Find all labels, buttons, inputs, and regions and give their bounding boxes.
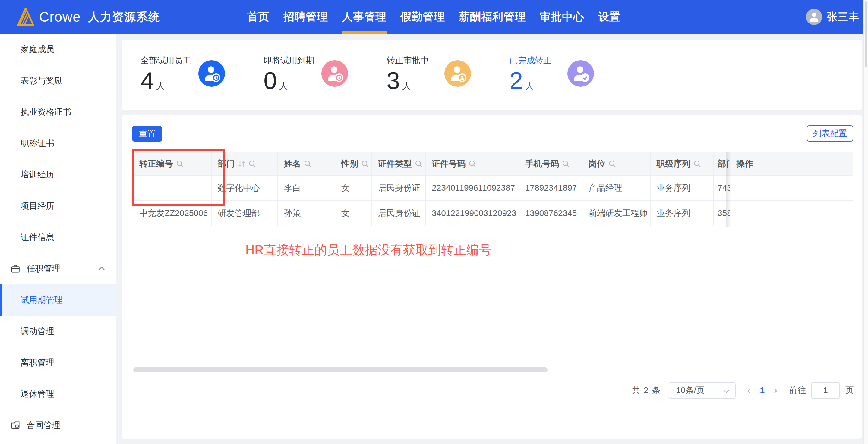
page-scrollbar[interactable]: [864, 0, 868, 444]
brand-name: Crowe: [39, 9, 81, 25]
user-name: 张三丰: [827, 10, 860, 24]
page-size-select[interactable]: 10条/页: [669, 382, 736, 399]
search-icon[interactable]: [562, 160, 570, 168]
sidebar-item-probation[interactable]: 试用期管理: [0, 284, 116, 316]
nav-item-approval[interactable]: 审批中心: [533, 0, 591, 34]
probation-table: 转正编号 部门 姓名 性别 证件类型 证件号码 手机号码 岗位 职级序列 部门 …: [133, 152, 853, 374]
next-page-button[interactable]: ›: [774, 382, 777, 399]
col-header-id-type: 证件类型: [372, 152, 425, 175]
stat-value: 3: [386, 67, 400, 95]
user-badge-icon: [444, 60, 471, 87]
stat-value: 2: [509, 67, 523, 95]
list-config-button[interactable]: 列表配置: [807, 125, 853, 142]
col-header-position: 岗位: [582, 152, 650, 175]
stat-expiring[interactable]: 即将试用到期 0人: [245, 40, 368, 110]
search-icon[interactable]: [693, 160, 701, 168]
sidebar: 家庭成员 表彰与奖励 执业资格证书 职称证书 培训经历 项目经历 证件信息 任职…: [0, 34, 116, 444]
page-suffix: 页: [845, 385, 854, 396]
user-check-icon: [567, 60, 594, 87]
user-avatar-icon: [806, 9, 822, 25]
page-number-1[interactable]: 1: [760, 385, 765, 395]
top-navbar: Crowe 人力资源系统 首页 招聘管理 人事管理 假勤管理 薪酬福利管理 审批…: [0, 0, 864, 34]
sidebar-item-resignation[interactable]: 离职管理: [0, 347, 116, 378]
col-header-name: 姓名: [278, 152, 335, 175]
chevron-up-icon: [98, 266, 105, 271]
sidebar-item-awards[interactable]: 表彰与奖励: [0, 65, 116, 96]
col-header-phone: 手机号码: [519, 152, 582, 175]
horizontal-scrollbar-thumb[interactable]: [133, 368, 548, 372]
col-header-rank-series: 职级序列: [650, 152, 714, 175]
nav-item-attendance[interactable]: 假勤管理: [394, 0, 452, 34]
table-card: 重置 列表配置 转正编号 部门 姓名 性别 证件类型: [122, 115, 862, 439]
nav-item-personnel[interactable]: 人事管理: [335, 0, 394, 34]
col-header-id-number: 证件号码: [425, 152, 519, 175]
sidebar-item-transfer[interactable]: 调动管理: [0, 316, 116, 347]
search-icon[interactable]: [415, 160, 423, 168]
sidebar-item-title-cert[interactable]: 职称证书: [0, 128, 116, 159]
sidebar-item-projects[interactable]: 项目经历: [0, 191, 116, 222]
stat-completed[interactable]: 已完成转正 2人: [491, 40, 614, 110]
search-icon[interactable]: [468, 160, 476, 168]
col-header-regularization-no: 转正编号: [133, 152, 211, 175]
contract-icon: [11, 421, 20, 430]
product-title: 人力资源系统: [88, 9, 160, 25]
briefcase-icon: [11, 264, 20, 273]
goto-label: 前往: [789, 385, 807, 396]
annotation-text: HR直接转正的员工数据没有获取到转正编号: [245, 242, 492, 259]
sidebar-item-family[interactable]: 家庭成员: [0, 34, 116, 65]
stats-card: 全部试用员工 4人 即将试用到期 0人: [122, 40, 862, 110]
prev-page-button[interactable]: ‹: [747, 382, 751, 399]
sidebar-item-documents[interactable]: 证件信息: [0, 222, 116, 253]
nav-item-recruit[interactable]: 招聘管理: [276, 0, 335, 34]
stat-approving[interactable]: 转正审批中 3人: [368, 40, 491, 110]
col-header-gender: 性别: [335, 152, 372, 175]
reset-button[interactable]: 重置: [132, 126, 162, 142]
sidebar-group-employment[interactable]: 任职管理: [0, 253, 116, 284]
sidebar-item-training[interactable]: 培训经历: [0, 159, 116, 191]
col-header-clipped: 部门: [714, 152, 730, 175]
stat-value: 0: [264, 67, 277, 95]
pagination-total: 共 2 条: [632, 385, 661, 396]
sidebar-group-contract[interactable]: 合同管理: [0, 410, 116, 441]
search-icon[interactable]: [176, 160, 184, 168]
user-menu[interactable]: 张三丰: [806, 0, 860, 34]
page: Crowe 人力资源系统 首页 招聘管理 人事管理 假勤管理 薪酬福利管理 审批…: [0, 0, 868, 444]
col-header-department: 部门: [211, 152, 278, 175]
table-row[interactable]: 中竞发ZZ2025006 研发管理部 孙策 女 居民身份证 3401221990…: [133, 201, 852, 226]
stat-value: 4: [141, 67, 154, 95]
col-header-actions: 操作: [730, 152, 852, 175]
chevron-down-icon: [723, 387, 730, 393]
nav-item-home[interactable]: 首页: [240, 0, 276, 34]
search-icon[interactable]: [361, 160, 369, 168]
user-clock-icon: [321, 60, 348, 87]
nav-item-settings[interactable]: 设置: [591, 0, 627, 34]
user-clock-icon: [198, 60, 225, 87]
search-icon[interactable]: [609, 160, 616, 168]
brand: Crowe 人力资源系统: [0, 7, 160, 26]
nav-menu: 首页 招聘管理 人事管理 假勤管理 薪酬福利管理 审批中心 设置: [240, 0, 627, 34]
search-icon[interactable]: [304, 160, 312, 168]
stat-all-probation[interactable]: 全部试用员工 4人: [122, 40, 245, 110]
crowe-logo-icon: [18, 7, 34, 26]
sort-icon[interactable]: [238, 160, 246, 168]
table-header-row: 转正编号 部门 姓名 性别 证件类型 证件号码 手机号码 岗位 职级序列 部门 …: [133, 152, 852, 175]
nav-item-salary[interactable]: 薪酬福利管理: [452, 0, 533, 34]
main-content: 全部试用员工 4人 即将试用到期 0人: [116, 34, 864, 444]
search-icon[interactable]: [248, 160, 256, 168]
goto-page-input[interactable]: [811, 382, 840, 399]
sidebar-item-retirement[interactable]: 退休管理: [0, 378, 116, 410]
page-scrollbar-thumb[interactable]: [865, 1, 867, 67]
sidebar-item-qualification-cert[interactable]: 执业资格证书: [0, 96, 116, 128]
user-avatar: [806, 9, 822, 25]
pagination: 共 2 条 10条/页 ‹ 1 › 前往 页: [632, 382, 854, 399]
table-row[interactable]: 数字化中心 李白 女 居民身份证 223401199611092387 1789…: [133, 175, 852, 201]
